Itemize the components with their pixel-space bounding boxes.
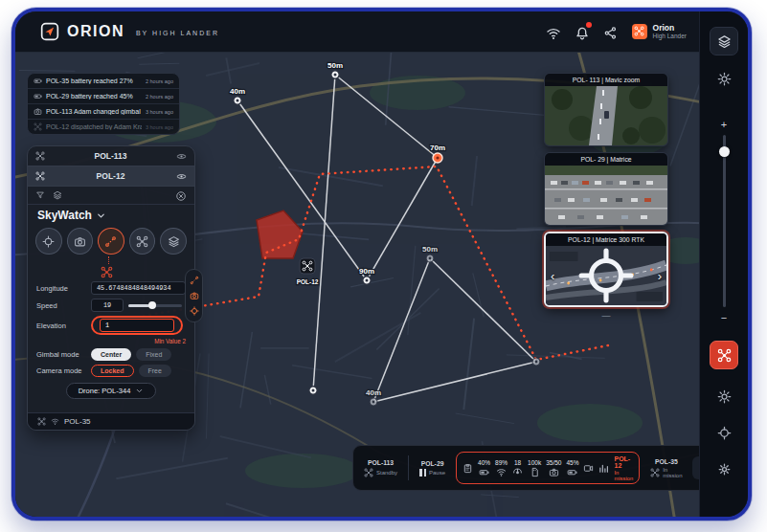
drone-tab-pol-12[interactable]: POL-12 — [28, 166, 194, 187]
notification-item[interactable]: POL-113 Adam changed gimbal 3 hours ago — [28, 104, 179, 120]
panel-toolbar — [28, 187, 194, 205]
battery-stat[interactable]: 40% — [478, 459, 490, 477]
target-tool-icon[interactable] — [190, 306, 199, 316]
notification-item[interactable]: POL-12 dispatched by Adam Krall 3 hours … — [28, 120, 179, 134]
mode-waypoints-button[interactable] — [98, 228, 124, 255]
map-layers-button[interactable] — [710, 27, 738, 55]
video-feed-stack: POL- 113 | Mavic zoom POL- 29 | Ma — [544, 73, 668, 319]
bottom-drone-bar: POL-113 Standby POL-29 Pause 40 — [352, 445, 722, 491]
bottom-drone-pol-12-selected[interactable]: POL-12 In mission — [614, 455, 633, 481]
user-organization: High Lander — [653, 33, 687, 39]
sd-card-icon — [530, 467, 540, 477]
signal-icon — [51, 417, 59, 426]
layers-icon[interactable] — [53, 190, 62, 200]
signal-stat[interactable]: 89% — [495, 459, 508, 477]
camera-free-button[interactable]: Free — [139, 365, 171, 377]
gimbal-left-button[interactable]: ‹ — [551, 270, 554, 282]
close-panel-icon[interactable] — [175, 190, 187, 202]
drone-marker-label: POL-12 — [297, 278, 319, 285]
waypoint-unlabeled-b[interactable] — [532, 358, 540, 366]
feed-stream — [545, 86, 667, 145]
speed-input[interactable] — [91, 299, 124, 312]
video-feed-pol-12-selected[interactable]: POL-12 | Matrice 300 RTK ‹ — [544, 232, 668, 307]
camera-icon — [549, 467, 559, 477]
controller-battery-stat[interactable]: 45% — [566, 459, 578, 477]
bottom-drone-pol-113[interactable]: POL-113 Standby — [359, 459, 402, 477]
user-name: Orion — [653, 24, 687, 33]
gimbal-fixed-button[interactable]: Fixed — [136, 348, 171, 361]
camera-tool-icon[interactable] — [190, 291, 199, 300]
mode-layers-button[interactable] — [160, 228, 187, 255]
camera-locked-button[interactable]: Locked — [91, 365, 134, 377]
notification-item[interactable]: POL-35 battery reached 27% 2 hours ago — [28, 74, 179, 89]
notifications-panel: POL-35 battery reached 27% 2 hours ago P… — [27, 73, 180, 135]
speed-slider-handle[interactable] — [148, 301, 156, 309]
display-mode-button[interactable] — [711, 383, 737, 410]
drone-tab-label: POL-12 — [50, 171, 171, 181]
bottom-drone-pol-35[interactable]: POL-35 In mission — [645, 458, 687, 478]
visibility-eye-icon[interactable] — [176, 151, 187, 162]
user-avatar — [632, 24, 647, 39]
app-window: 40m 50m 70m 90m 50m 40m — [11, 8, 752, 521]
gimbal-center-target-button[interactable] — [576, 246, 636, 305]
floating-tools-pill — [185, 269, 203, 322]
top-bar: ORION BY HIGH LANDER Orion High Lander — [15, 11, 700, 53]
longitude-input[interactable] — [91, 281, 186, 295]
filter-icon[interactable] — [35, 190, 45, 200]
speed-slider[interactable] — [128, 304, 182, 307]
notification-badge — [586, 22, 592, 28]
speed-field-row: Speed — [28, 297, 194, 314]
camera-controls-overlay: ‹ › — [546, 246, 666, 305]
video-feed-pol-113[interactable]: POL- 113 | Mavic zoom — [544, 73, 668, 146]
drone-action-button[interactable] — [710, 341, 738, 369]
mission-name: SkyWatch — [37, 209, 92, 222]
zoom-in-button[interactable]: + — [721, 119, 727, 130]
share-icon[interactable] — [603, 24, 619, 39]
mission-title-row[interactable]: SkyWatch — [28, 205, 194, 224]
notification-text: POL-12 dispatched by Adam Krall — [46, 123, 142, 130]
zoom-out-button[interactable]: − — [721, 312, 727, 323]
footer-drone-id: POL-35 — [64, 417, 91, 426]
elevation-field-row: Elevation — [28, 314, 194, 337]
zoom-slider-track[interactable] — [723, 135, 726, 307]
waypoint-unlabeled-a[interactable] — [309, 387, 317, 394]
video-feed-pol-29[interactable]: POL- 29 | Matrice — [544, 152, 668, 226]
mission-log-icon[interactable] — [462, 463, 473, 474]
battery-icon — [479, 467, 489, 477]
video-stream-icon[interactable] — [583, 463, 594, 474]
waypoint-label: 90m — [359, 267, 374, 276]
feed-stream: ‹ › — [546, 246, 666, 305]
elevation-input[interactable] — [100, 319, 174, 332]
user-account-chip[interactable]: Orion High Lander — [632, 24, 687, 39]
feed-stream — [545, 166, 667, 225]
notification-item[interactable]: POL-29 battery reached 45% 2 hours ago — [28, 89, 179, 104]
zoom-slider-handle[interactable] — [719, 146, 730, 157]
storage-stat[interactable]: 100k — [528, 459, 541, 477]
mode-camera-button[interactable] — [67, 228, 94, 255]
feed-collapse-handle[interactable]: — — [544, 313, 668, 319]
bottom-drone-pol-29[interactable]: POL-29 Pause — [415, 460, 450, 477]
signal-icon[interactable] — [546, 24, 561, 39]
drone-tab-pol-113[interactable]: POL-113 — [28, 146, 194, 166]
drone-icon — [35, 151, 45, 161]
drone-select-dropdown[interactable]: Drone: POL-344 — [66, 383, 157, 399]
footer-drone-row-pol-35[interactable]: POL-35 — [28, 412, 194, 430]
mode-drone-button[interactable] — [129, 228, 156, 255]
satellites-stat[interactable]: 18 — [512, 459, 523, 477]
photos-stat[interactable]: 35/50 — [546, 459, 561, 477]
gimbal-center-button[interactable]: Center — [91, 348, 131, 361]
gimbal-right-button[interactable]: › — [658, 270, 662, 282]
selected-drone-telemetry-group: 40% 89% 18 100k 35/50 — [456, 452, 640, 484]
route-tool-icon[interactable] — [190, 276, 199, 285]
stat-value: 100k — [528, 459, 541, 466]
visibility-eye-icon[interactable] — [176, 171, 187, 182]
drone-tab-label: POL-113 — [50, 151, 171, 161]
stat-value: 18 — [514, 459, 521, 466]
notification-text: POL-113 Adam changed gimbal — [46, 108, 142, 115]
brightness-button[interactable] — [711, 65, 737, 92]
telemetry-chart-icon[interactable] — [598, 463, 609, 474]
mode-patrol-button[interactable] — [35, 228, 62, 255]
center-map-button[interactable] — [711, 419, 737, 446]
settings-gear-button[interactable] — [711, 455, 737, 482]
notifications-bell-icon[interactable] — [575, 24, 590, 39]
